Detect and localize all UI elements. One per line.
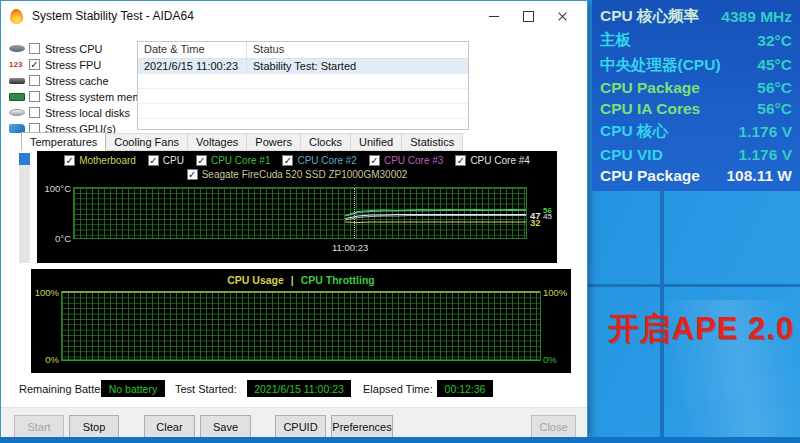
stress-memory-checkbox[interactable] [29, 91, 40, 102]
table-empty-row [138, 89, 468, 104]
series-end-value: 56 [543, 205, 552, 214]
table-empty-row [138, 119, 468, 134]
osd-value: 45°C [757, 56, 792, 74]
close-dialog-button[interactable]: Close [531, 415, 576, 438]
battery-value: No battery [101, 380, 165, 397]
minimize-button[interactable] [477, 5, 511, 27]
legend-item-core4: ✓CPU Core #4 [455, 155, 529, 166]
tab-clocks[interactable]: Clocks [301, 133, 351, 151]
temperature-chart: ✓Motherboard ✓CPU ✓CPU Core #1 ✓CPU Core… [37, 151, 557, 263]
legend-item-core1: ✓CPU Core #1 [196, 155, 270, 166]
usage-plot [61, 291, 541, 361]
stress-options-panel: Stress CPU 123 ✓ Stress FPU Stress cache… [9, 41, 135, 137]
elapsed-time-label: Elapsed Time: [363, 383, 433, 395]
tab-unified[interactable]: Unified [351, 133, 402, 151]
chart-tabs: Temperatures Cooling Fans Voltages Power… [21, 133, 463, 152]
button-strip: Start Stop Clear Save CPUID Preferences … [1, 407, 587, 438]
osd-row-cpu-vid: CPU VID1.176 V [600, 146, 792, 164]
osd-label: CPU IA Cores [600, 100, 700, 118]
stress-option-fpu: 123 ✓ Stress FPU [9, 57, 135, 72]
preferences-button[interactable]: Preferences [331, 415, 393, 438]
stop-button[interactable]: Stop [69, 415, 119, 438]
aida64-window: System Stability Test - AIDA64 Stress CP… [0, 0, 588, 437]
tab-powers[interactable]: Powers [247, 133, 301, 151]
taskbar[interactable] [0, 437, 800, 443]
chart-legend-row2: ✓Seagate FireCuda 520 SSD ZP1000GM30002 [37, 168, 557, 181]
test-start-marker-line [354, 188, 355, 238]
osd-label: 中央处理器(CPU) [600, 55, 721, 76]
table-row[interactable]: 2021/6/15 11:00:23 Stability Test: Start… [138, 59, 468, 74]
osd-label: CPU Package [600, 79, 700, 97]
temperature-end-values: 32454756 [530, 187, 558, 239]
table-empty-row [138, 74, 468, 89]
stress-disks-checkbox[interactable] [29, 107, 40, 118]
legend-label: Seagate FireCuda 520 SSD ZP1000GM30002 [202, 169, 408, 180]
column-header-status[interactable]: Status [247, 42, 468, 58]
cache-icon [9, 78, 25, 84]
cpu-icon [9, 45, 25, 52]
osd-row-cpu-core-voltage: CPU 核心1.176 V [600, 121, 792, 142]
osd-label: CPU Package [600, 167, 700, 185]
event-log-table: Date & Time Status 2021/6/15 11:00:23 St… [137, 41, 469, 130]
legend-label: CPU Core #1 [211, 155, 270, 166]
osd-value: 56°C [757, 79, 792, 97]
osd-value: 56°C [757, 100, 792, 118]
usage-series-lines [62, 292, 540, 360]
legend-item-cpu: ✓CPU [148, 155, 184, 166]
cpuid-button[interactable]: CPUID [275, 415, 326, 438]
osd-label: CPU VID [600, 146, 663, 164]
save-button[interactable]: Save [200, 415, 251, 438]
legend-checkbox[interactable]: ✓ [455, 155, 466, 166]
legend-checkbox[interactable]: ✓ [196, 155, 207, 166]
osd-value: 108.11 W [727, 167, 793, 185]
stress-cache-checkbox[interactable] [29, 75, 40, 86]
usage-left-top-label: 100% [33, 287, 59, 298]
legend-item-core2: ✓CPU Core #2 [282, 155, 356, 166]
legend-item-ssd: ✓Seagate FireCuda 520 SSD ZP1000GM30002 [187, 169, 408, 180]
chart-scrollbar-thumb[interactable] [19, 153, 30, 165]
fpu-icon: 123 [9, 61, 25, 69]
tab-temperatures[interactable]: Temperatures [21, 132, 106, 151]
legend-checkbox[interactable]: ✓ [148, 155, 159, 166]
x-axis-time-label: 11:00:23 [332, 242, 368, 253]
usage-title-right: CPU Throttling [301, 274, 375, 286]
osd-value: 4389 MHz [721, 8, 792, 26]
legend-checkbox[interactable]: ✓ [64, 155, 75, 166]
desktop-wallpaper: System Stability Test - AIDA64 Stress CP… [0, 0, 800, 443]
tab-voltages[interactable]: Voltages [188, 133, 247, 151]
stress-cpu-checkbox[interactable] [29, 43, 40, 54]
series-end-value: 47 [530, 210, 541, 219]
legend-checkbox[interactable]: ✓ [187, 169, 198, 180]
legend-label: CPU Core #3 [384, 155, 443, 166]
elapsed-time-value: 00:12:36 [437, 380, 493, 397]
usage-left-bottom-label: 0% [33, 354, 59, 365]
legend-item-motherboard: ✓Motherboard [64, 155, 136, 166]
close-button[interactable] [545, 5, 579, 27]
legend-label: CPU Core #2 [297, 155, 356, 166]
maximize-icon [523, 11, 534, 22]
osd-label: CPU 核心频率 [600, 6, 699, 27]
tab-cooling-fans[interactable]: Cooling Fans [106, 133, 188, 151]
temperature-plot [73, 187, 527, 239]
legend-checkbox[interactable]: ✓ [282, 155, 293, 166]
cpu-usage-chart: CPU Usage | CPU Throttling 100% 0% 100% … [31, 269, 571, 373]
usage-right-top-label: 100% [543, 287, 569, 298]
memory-icon [9, 93, 25, 101]
osd-row-cpu-ia-cores-temp: CPU IA Cores56°C [600, 100, 792, 118]
cell-datetime: 2021/6/15 11:00:23 [138, 59, 247, 74]
title-bar[interactable]: System Stability Test - AIDA64 [1, 1, 587, 31]
temperature-series-lines [74, 188, 526, 238]
osd-value: 32°C [757, 32, 792, 50]
stress-option-disks: Stress local disks [9, 105, 135, 120]
legend-label: Motherboard [79, 155, 136, 166]
stress-option-cache: Stress cache [9, 73, 135, 88]
tab-statistics[interactable]: Statistics [402, 133, 463, 151]
start-button[interactable]: Start [14, 415, 64, 438]
legend-checkbox[interactable]: ✓ [369, 155, 380, 166]
maximize-button[interactable] [511, 5, 545, 27]
clear-button[interactable]: Clear [144, 415, 195, 438]
column-header-datetime[interactable]: Date & Time [138, 42, 247, 58]
y-axis-top-label: 100°C [43, 183, 71, 194]
chart-scrollbar[interactable] [19, 153, 30, 263]
stress-fpu-checkbox[interactable]: ✓ [29, 59, 40, 70]
